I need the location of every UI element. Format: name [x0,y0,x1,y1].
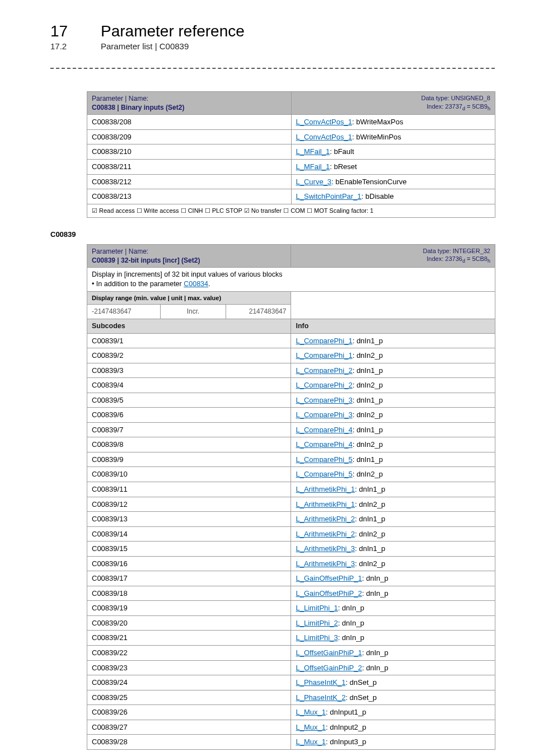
table-row: C00839/5 [87,393,291,408]
parameter-link[interactable]: L_PhaseIntK_2 [296,693,345,702]
parameter-suffix: : dnIn2_p [353,381,383,389]
parameter-suffix: : bWriteMinPos [352,133,401,141]
table-row: C00839/7 [87,422,291,437]
parameter-link[interactable]: L_LimitPhi_1 [296,604,338,612]
parameter-suffix: : dnIn_p [362,648,388,657]
table-row: C00839/24 [87,675,291,690]
parameter-suffix: : bEnableTensionCurve [331,178,406,186]
parameter-link[interactable]: L_ArithmetikPhi_1 [296,485,355,493]
parameter-link[interactable]: L_OffsetGainPhiP_2 [296,664,362,672]
table-row: C00839/20 [87,615,291,631]
table-row: C00838/213 [87,189,292,204]
access-flags: ☑ Read access ☐ Write access ☐ CINH ☐ PL… [87,204,495,217]
table-row: C00839/25 [87,690,291,705]
parameter-suffix: : dnIn2_p [353,351,383,360]
parameter-link[interactable]: L_Curve_3 [296,178,332,186]
table-row: C00838/208 [87,115,292,130]
table-row: C00838/212 [87,174,292,189]
parameter-suffix: : dnSet_p [345,693,377,702]
parameter-link[interactable]: L_ComparePhi_3 [296,396,352,404]
parameter-link[interactable]: L_ComparePhi_4 [296,426,352,434]
parameter-link[interactable]: L_ComparePhi_1 [296,351,352,360]
parameter-link[interactable]: L_MFail_1 [296,147,330,156]
parameter-link[interactable]: L_ComparePhi_4 [296,440,352,449]
parameter-link[interactable]: L_Mux_1 [296,723,325,731]
parameter-link[interactable]: L_ComparePhi_1 [296,337,352,345]
parameter-suffix: : dnIn2_p [355,559,385,568]
table-row: C00839/15 [87,542,291,557]
parameter-link[interactable]: L_GainOffsetPhiP_2 [296,589,362,598]
table-row: C00839/27 [87,720,291,735]
subcodes-header: Subcodes [87,319,291,333]
parameter-link[interactable]: L_ComparePhi_2 [296,381,352,389]
parameter-suffix: : bDisable [362,192,394,200]
parameter-suffix: : dnIn1_p [353,337,383,345]
parameter-link[interactable]: L_ComparePhi_5 [296,470,352,478]
chapter-number: 17 [50,22,84,40]
table-row: C00838/209 [87,129,292,144]
parameter-suffix: : dnInput2_p [326,723,366,731]
table-row: C00839/16 [87,556,291,571]
parameter-link[interactable]: L_SwitchPointPar_1 [296,192,362,200]
parameter-link[interactable]: L_Mux_1 [296,708,325,716]
table-row: C00839/2 [87,348,291,363]
parameter-link[interactable]: L_ArithmetikPhi_3 [296,544,355,553]
parameter-link[interactable]: L_MFail_1 [296,162,330,171]
parameter-suffix: : bWriteMaxPos [352,118,404,126]
parameter-link[interactable]: L_ConvActPos_1 [296,133,352,141]
parameter-link[interactable]: L_GainOffsetPhiP_1 [296,574,362,582]
parameter-suffix: : dnIn1_p [355,515,385,523]
parameter-link[interactable]: L_LimitPhi_2 [296,619,338,627]
table-row: C00839/10 [87,467,291,482]
parameter-table-c00839: Parameter | Name: C00839 | 32-bit inputs… [87,244,495,750]
parameter-suffix: : dnIn1_p [353,366,383,375]
table-row: C00839/18 [87,586,291,601]
parameter-link[interactable]: L_ComparePhi_2 [296,366,352,375]
parameter-link[interactable]: L_Mux_1 [296,738,325,746]
parameter-link[interactable]: L_ComparePhi_5 [296,455,352,464]
table-row: C00839/3 [87,363,291,378]
section-title: Parameter list | C00839 [101,41,189,51]
parameter-link[interactable]: L_ConvActPos_1 [296,118,352,126]
separator [50,68,495,69]
parameter-suffix: : bFault [330,147,354,156]
table-row: C00839/11 [87,482,291,497]
parameter-suffix: : dnIn1_p [353,396,383,404]
parameter-suffix: : dnInput1_p [326,708,366,716]
parameter-suffix: : dnIn2_p [353,440,383,449]
parameter-suffix: : dnIn2_p [355,500,385,508]
description-line2-prefix: • In addition to the parameter [92,280,184,288]
parameter-suffix: : dnIn_p [362,574,388,582]
parameter-suffix: : dnInput3_p [326,738,366,746]
parameter-table-c00838: Parameter | Name: C00838 | Binary inputs… [87,91,495,218]
table-row: C00839/26 [87,705,291,720]
table-row: C00839/4 [87,378,291,393]
parameter-suffix: : bReset [330,162,357,171]
parameter-suffix: : dnIn_p [338,604,364,612]
range-min: -2147483647 [87,305,161,319]
parameter-link[interactable]: L_ComparePhi_3 [296,410,352,419]
parameter-suffix: : dnIn_p [338,619,364,627]
table-row: C00839/12 [87,497,291,512]
info-header: Info [291,319,495,333]
data-type: Data type: INTEGER_32 [423,248,490,254]
parameter-suffix: : dnIn_p [338,633,364,642]
table-row: C00839/6 [87,408,291,423]
parameter-link[interactable]: L_PhaseIntK_1 [296,678,345,687]
table-row: C00839/19 [87,601,291,616]
param-name: C00839 | 32-bit inputs [incr] (Set2) [92,256,200,264]
param-label: Parameter | Name: [92,248,148,255]
parameter-link[interactable]: L_ArithmetikPhi_1 [296,500,355,508]
parameter-link[interactable]: L_OffsetGainPhiP_1 [296,648,362,657]
table-row: C00839/9 [87,452,291,467]
table-row: C00839/21 [87,631,291,646]
chapter-title: Parameter reference [101,22,245,40]
parameter-link[interactable]: L_ArithmetikPhi_3 [296,559,355,568]
table-row: C00839/14 [87,526,291,542]
parameter-link[interactable]: L_ArithmetikPhi_2 [296,530,355,538]
table-row: C00839/17 [87,571,291,586]
parameter-link-c00834[interactable]: C00834 [184,280,208,288]
parameter-link[interactable]: L_ArithmetikPhi_2 [296,515,355,523]
parameter-link[interactable]: L_LimitPhi_3 [296,633,338,642]
parameter-suffix: : dnIn2_p [353,410,383,419]
